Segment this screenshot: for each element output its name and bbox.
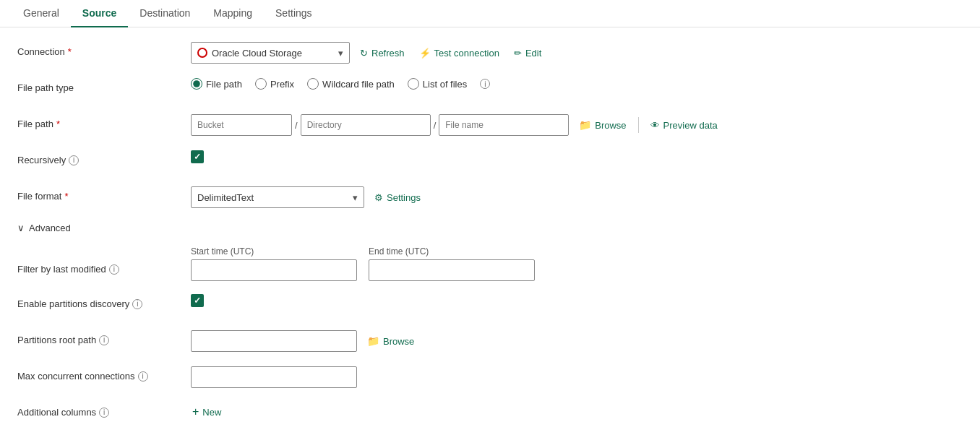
chevron-down-icon: ▾ [353, 192, 358, 203]
plus-icon: + [192, 405, 199, 418]
connection-row: Connection * Oracle Cloud Storage ▾ ↻ Re… [17, 42, 922, 65]
radio-prefix[interactable]: Prefix [255, 78, 294, 90]
refresh-icon: ↻ [360, 48, 368, 59]
end-time-col: End time (UTC) [369, 246, 535, 281]
filter-last-modified-control: Start time (UTC) End time (UTC) [191, 246, 922, 281]
max-concurrent-connections-info-icon: i [138, 371, 148, 382]
tab-general[interactable]: General [12, 0, 71, 27]
recursively-row: Recursively i ✓ [17, 150, 922, 173]
preview-data-button[interactable]: 👁 Preview data [646, 117, 722, 134]
file-path-type-row: File path type File path Prefix Wildcard… [17, 78, 922, 101]
recursively-control: ✓ [191, 150, 922, 163]
radio-wildcard-input[interactable] [307, 78, 319, 90]
radio-filepath-input[interactable] [191, 78, 202, 90]
start-time-input[interactable] [191, 259, 357, 281]
recursively-checkbox[interactable]: ✓ [191, 150, 204, 163]
test-connection-button[interactable]: ⚡ Test connection [415, 45, 504, 61]
max-concurrent-connections-row: Max concurrent connections i [17, 366, 922, 389]
test-icon: ⚡ [419, 48, 431, 59]
connection-icon [197, 48, 207, 58]
connection-dropdown[interactable]: Oracle Cloud Storage ▾ [191, 42, 350, 64]
enable-partitions-control: ✓ [191, 294, 922, 307]
check-icon: ✓ [194, 296, 201, 306]
edit-icon: ✏ [514, 48, 522, 59]
chevron-down-icon: ▾ [338, 48, 343, 59]
partitions-root-path-info-icon: i [99, 335, 109, 345]
additional-columns-row: Additional columns i + New [17, 402, 922, 426]
enable-partitions-checkbox[interactable]: ✓ [191, 294, 204, 307]
tab-destination[interactable]: Destination [128, 0, 202, 27]
end-time-label: End time (UTC) [369, 246, 535, 257]
tab-source[interactable]: Source [71, 0, 128, 27]
chevron-down-icon: ∨ [17, 223, 25, 233]
partitions-root-path-row: Partitions root path i 📁 Browse [17, 330, 922, 353]
check-icon: ✓ [194, 152, 201, 162]
refresh-button[interactable]: ↻ Refresh [356, 45, 409, 61]
radio-listfiles-input[interactable] [408, 78, 419, 90]
max-concurrent-connections-input[interactable] [191, 366, 357, 388]
preview-icon: 👁 [650, 120, 660, 131]
folder-icon: 📁 [579, 119, 591, 131]
file-path-control: / / 📁 Browse 👁 Preview data [191, 114, 922, 136]
folder-icon: 📁 [367, 335, 379, 347]
enable-partitions-row: Enable partitions discovery i ✓ [17, 294, 922, 317]
partitions-browse-button[interactable]: 📁 Browse [363, 332, 418, 350]
additional-columns-label: Additional columns i [17, 402, 191, 418]
partitions-root-path-input[interactable] [191, 330, 357, 352]
start-time-label: Start time (UTC) [191, 246, 357, 257]
file-path-row: File path * / / 📁 Browse 👁 Preview data [17, 114, 922, 137]
edit-connection-button[interactable]: ✏ Edit [510, 45, 546, 61]
file-path-inputs: / / [191, 114, 569, 136]
connection-label: Connection * [17, 42, 191, 57]
file-path-type-control: File path Prefix Wildcard file path List… [191, 78, 922, 90]
enable-partitions-info-icon: i [132, 299, 142, 309]
recursively-label: Recursively i [17, 150, 191, 165]
file-path-type-info-icon: i [480, 79, 490, 89]
enable-partitions-label: Enable partitions discovery i [17, 294, 191, 309]
advanced-row[interactable]: ∨ Advanced [17, 223, 922, 233]
directory-input[interactable] [301, 114, 431, 136]
file-format-control: DelimitedText ▾ ⚙ Settings [191, 186, 922, 208]
end-time-input[interactable] [369, 259, 535, 281]
tab-settings[interactable]: Settings [264, 0, 324, 27]
recursively-info-icon: i [69, 155, 79, 165]
path-separator-2: / [434, 120, 437, 131]
filename-input[interactable] [439, 114, 569, 136]
bucket-input[interactable] [191, 114, 292, 136]
file-path-type-radio-group: File path Prefix Wildcard file path List… [191, 78, 490, 90]
form-content: Connection * Oracle Cloud Storage ▾ ↻ Re… [0, 27, 940, 448]
tab-bar: General Source Destination Mapping Setti… [0, 0, 980, 27]
file-path-type-label: File path type [17, 78, 191, 93]
filter-last-modified-label: Filter by last modified i [17, 246, 191, 275]
max-concurrent-connections-label: Max concurrent connections i [17, 366, 191, 382]
settings-icon: ⚙ [374, 192, 383, 203]
start-time-col: Start time (UTC) [191, 246, 357, 281]
radio-filepath[interactable]: File path [191, 78, 242, 90]
filter-last-modified-row: Filter by last modified i Start time (UT… [17, 246, 922, 281]
path-separator-1: / [295, 120, 298, 131]
partitions-root-path-control: 📁 Browse [191, 330, 922, 352]
connection-control: Oracle Cloud Storage ▾ ↻ Refresh ⚡ Test … [191, 42, 922, 64]
add-new-column-button[interactable]: + New [191, 402, 223, 421]
button-divider [638, 117, 639, 133]
file-format-settings-button[interactable]: ⚙ Settings [370, 189, 425, 206]
partitions-root-path-label: Partitions root path i [17, 330, 191, 345]
file-format-label: File format * [17, 186, 191, 202]
radio-wildcard[interactable]: Wildcard file path [307, 78, 395, 90]
filter-last-modified-info-icon: i [109, 264, 119, 275]
radio-prefix-input[interactable] [255, 78, 267, 90]
radio-listfiles[interactable]: List of files [408, 78, 467, 90]
max-concurrent-connections-control [191, 366, 922, 388]
tab-mapping[interactable]: Mapping [202, 0, 264, 27]
browse-button[interactable]: 📁 Browse [575, 116, 630, 134]
additional-columns-control: + New [191, 402, 922, 421]
file-format-dropdown[interactable]: DelimitedText ▾ [191, 186, 364, 208]
additional-columns-info-icon: i [99, 408, 109, 418]
filter-time-row: Start time (UTC) End time (UTC) [191, 246, 535, 281]
file-path-label: File path * [17, 114, 191, 129]
file-format-row: File format * DelimitedText ▾ ⚙ Settings [17, 186, 922, 210]
